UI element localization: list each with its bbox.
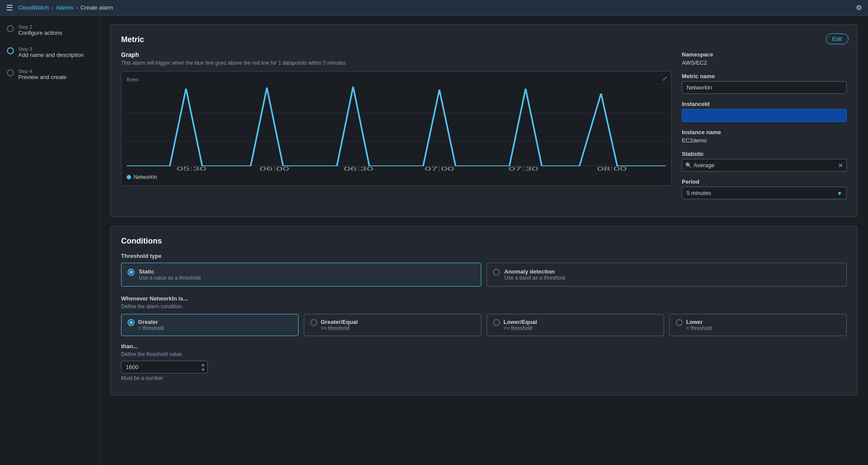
step-4-text: Step 4 Preview and create bbox=[18, 69, 66, 80]
svg-text:05:30: 05:30 bbox=[177, 166, 206, 171]
statistic-wrapper: 🔍 ✕ bbox=[682, 159, 847, 171]
lower-equal-label: Lower/Equal bbox=[503, 319, 537, 325]
spinner-down[interactable]: ▼ bbox=[200, 367, 206, 373]
clear-icon[interactable]: ✕ bbox=[838, 162, 843, 169]
step-3-number: Step 3 bbox=[18, 46, 84, 52]
anomaly-option-text: Anomaly detection Use a band as a thresh… bbox=[504, 268, 565, 281]
conditions-title: Conditions bbox=[121, 237, 847, 246]
edit-button[interactable]: Edit bbox=[826, 33, 848, 44]
condition-greater[interactable]: Greater > threshold bbox=[121, 314, 299, 336]
metric-layout: Graph This alarm will trigger when the b… bbox=[121, 51, 847, 206]
svg-text:07:00: 07:00 bbox=[424, 166, 454, 171]
instance-name-group: Instance name EC2demo bbox=[682, 129, 847, 144]
threshold-input[interactable] bbox=[121, 361, 208, 373]
greater-text: Greater > threshold bbox=[138, 319, 164, 331]
conditions-card: Conditions Threshold type Static Use a v… bbox=[110, 226, 858, 396]
svg-text:06:30: 06:30 bbox=[344, 166, 373, 171]
expand-icon[interactable]: ⤢ bbox=[662, 75, 667, 82]
period-group: Period 5 minutes 1 minute 15 minutes 1 h… bbox=[682, 178, 847, 199]
static-sublabel: Use a value as a threshold bbox=[139, 275, 201, 281]
greater-equal-text: Greater/Equal >= threshold bbox=[321, 319, 358, 331]
spinner-up[interactable]: ▲ bbox=[200, 362, 206, 367]
breadcrumb-sep-1: › bbox=[51, 4, 53, 11]
instance-name-label: Instance name bbox=[682, 129, 847, 135]
lower-equal-radio[interactable] bbox=[493, 319, 500, 326]
main-content: Metric Edit Graph This alarm will trigge… bbox=[100, 16, 868, 465]
period-label: Period bbox=[682, 178, 847, 185]
static-label: Static bbox=[139, 268, 201, 275]
metric-form: Namespace AWS/EC2 Metric name InstanceId… bbox=[682, 51, 847, 206]
statistic-label: Statistic bbox=[682, 151, 847, 157]
lower-label: Lower bbox=[686, 319, 712, 325]
period-select-wrapper: 5 minutes 1 minute 15 minutes 1 hour ▼ bbox=[682, 187, 847, 199]
anomaly-label: Anomaly detection bbox=[504, 268, 565, 275]
metric-name-label: Metric name bbox=[682, 73, 847, 79]
period-select[interactable]: 5 minutes 1 minute 15 minutes 1 hour bbox=[682, 187, 847, 199]
condition-options: Greater > threshold Greater/Equal >= thr… bbox=[121, 314, 847, 336]
breadcrumb: CloudWatch › Alarms › Create alarm bbox=[18, 4, 113, 11]
greater-equal-sublabel: >= threshold bbox=[321, 325, 358, 331]
lower-sublabel: < threshold bbox=[686, 325, 712, 331]
graph-title: Graph bbox=[121, 51, 671, 58]
anomaly-sublabel: Use a band as a threshold bbox=[504, 275, 565, 281]
threshold-option-anomaly[interactable]: Anomaly detection Use a band as a thresh… bbox=[487, 263, 847, 287]
must-be-number: Must be a number bbox=[121, 375, 847, 381]
statistic-group: Statistic 🔍 ✕ bbox=[682, 151, 847, 171]
graph-y-label: Bytes bbox=[127, 77, 666, 82]
instance-name-value: EC2demo bbox=[682, 137, 847, 144]
legend-dot bbox=[127, 175, 131, 179]
threshold-input-wrapper: ▲ ▼ bbox=[121, 361, 208, 373]
threshold-options: Static Use a value as a threshold Anomal… bbox=[121, 263, 847, 287]
than-title: than... bbox=[121, 343, 847, 350]
menu-icon[interactable]: ☰ bbox=[6, 3, 13, 13]
greater-equal-radio[interactable] bbox=[310, 319, 317, 326]
step-3-text: Step 3 Add name and description bbox=[18, 46, 84, 58]
greater-equal-label: Greater/Equal bbox=[321, 319, 358, 325]
lower-equal-text: Lower/Equal <= threshold bbox=[503, 319, 537, 331]
instance-id-input[interactable] bbox=[682, 109, 847, 122]
breadcrumb-current: Create alarm bbox=[80, 4, 113, 11]
lower-text: Lower < threshold bbox=[686, 319, 712, 331]
search-icon: 🔍 bbox=[685, 162, 692, 168]
breadcrumb-cloudwatch[interactable]: CloudWatch bbox=[18, 4, 49, 11]
step-4-circle bbox=[7, 69, 14, 76]
threshold-type-label: Threshold type bbox=[121, 253, 847, 259]
static-option-text: Static Use a value as a threshold bbox=[139, 268, 201, 281]
graph-container: ⤢ Bytes 1.59k 795 bbox=[121, 71, 671, 186]
static-radio[interactable] bbox=[128, 269, 135, 276]
main-layout: Step 2 Configure actions Step 3 Add name… bbox=[0, 16, 868, 465]
metric-name-input[interactable] bbox=[682, 81, 847, 94]
step-2-name: Configure actions bbox=[18, 30, 62, 36]
graph-legend: NetworkIn bbox=[127, 174, 666, 180]
namespace-value: AWS/EC2 bbox=[682, 59, 847, 66]
metric-name-group: Metric name bbox=[682, 73, 847, 94]
condition-greater-equal[interactable]: Greater/Equal >= threshold bbox=[304, 314, 481, 336]
breadcrumb-alarms[interactable]: Alarms bbox=[56, 4, 73, 11]
settings-icon[interactable]: ⚙ bbox=[856, 3, 862, 12]
whenever-subtitle: Define the alarm condition. bbox=[121, 303, 847, 310]
spinner-buttons: ▲ ▼ bbox=[200, 362, 206, 373]
greater-radio[interactable] bbox=[128, 319, 135, 326]
condition-lower[interactable]: Lower < threshold bbox=[669, 314, 847, 336]
step-2-number: Step 2 bbox=[18, 24, 62, 30]
condition-lower-equal[interactable]: Lower/Equal <= threshold bbox=[487, 314, 664, 336]
whenever-title: Whenever NetworkIn is... bbox=[121, 295, 847, 302]
metric-card: Metric Edit Graph This alarm will trigge… bbox=[110, 24, 858, 217]
step-2-text: Step 2 Configure actions bbox=[18, 24, 62, 36]
whenever-section: Whenever NetworkIn is... Define the alar… bbox=[121, 295, 847, 336]
sidebar: Step 2 Configure actions Step 3 Add name… bbox=[0, 16, 100, 465]
graph-section: Graph This alarm will trigger when the b… bbox=[121, 51, 671, 206]
breadcrumb-sep-2: › bbox=[76, 4, 78, 11]
svg-text:07:30: 07:30 bbox=[509, 166, 538, 171]
greater-label: Greater bbox=[138, 319, 164, 325]
threshold-option-static[interactable]: Static Use a value as a threshold bbox=[121, 263, 481, 287]
statistic-input[interactable] bbox=[682, 159, 847, 171]
lower-radio[interactable] bbox=[676, 319, 683, 326]
greater-sublabel: > threshold bbox=[138, 325, 164, 331]
namespace-label: Namespace bbox=[682, 51, 847, 58]
step-3-name: Add name and description bbox=[18, 52, 84, 58]
graph-subtitle: This alarm will trigger when the blue li… bbox=[121, 60, 671, 66]
namespace-group: Namespace AWS/EC2 bbox=[682, 51, 847, 66]
anomaly-radio[interactable] bbox=[493, 269, 500, 276]
metric-card-title: Metric bbox=[121, 35, 847, 44]
